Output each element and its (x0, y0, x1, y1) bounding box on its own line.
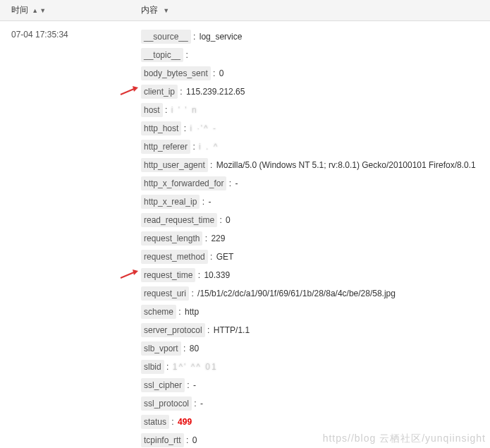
field-value: 0 (226, 215, 231, 225)
field-key[interactable]: host (141, 103, 163, 117)
field-key[interactable]: __topic__ (141, 48, 183, 62)
field-key[interactable]: slb_vport (141, 341, 181, 356)
svg-marker-1 (133, 86, 138, 92)
field-key[interactable]: request_method (141, 250, 208, 264)
log-field: slbid : 1^' ^^ 01 (141, 360, 490, 374)
field-colon: : (192, 399, 199, 408)
log-field: body_bytes_sent : 0 (141, 66, 490, 80)
field-value: i ' ' n (171, 104, 198, 116)
column-header-content-label: 内容 (141, 5, 158, 15)
field-colon: : (189, 289, 196, 298)
log-field: request_uri : /15/b1/c2/dc/a1/90/1f/69/6… (141, 286, 490, 301)
field-key[interactable]: slbid (141, 360, 164, 374)
svg-line-2 (121, 272, 134, 278)
log-field: http_user_agent : Mozilla/5.0 (Windows N… (141, 158, 490, 172)
field-colon: : (163, 105, 170, 115)
field-key[interactable]: http_user_agent (141, 158, 208, 172)
log-field: http_host : i ·'^ - (141, 121, 490, 135)
field-colon: : (183, 50, 188, 60)
sort-up-icon[interactable]: ▲ (32, 7, 38, 14)
field-value: 0 (192, 435, 197, 445)
field-key[interactable]: request_length (141, 231, 202, 246)
log-field: __source__ : log_service (141, 30, 490, 44)
field-key[interactable]: read_request_time (141, 213, 217, 227)
log-field: ssl_cipher : - (141, 378, 490, 392)
field-value: 1^' ^^ 01 (173, 361, 218, 373)
field-colon: : (226, 178, 233, 188)
log-field: http_referer : i . ^ (141, 140, 490, 154)
field-key[interactable]: scheme (141, 305, 176, 319)
field-colon: : (181, 123, 188, 133)
field-colon: : (190, 142, 197, 152)
log-field: request_time : 10.339 (141, 268, 490, 282)
dropdown-icon[interactable] (160, 5, 169, 15)
field-colon: : (217, 215, 224, 225)
field-value: HTTP/1.1 (214, 325, 250, 335)
log-field: http_x_forwarded_for : - (141, 176, 490, 190)
field-value: i . ^ (199, 140, 219, 153)
field-value: 10.339 (204, 270, 230, 280)
log-fields: __source__ : log_service__topic__ : body… (134, 30, 490, 448)
log-field: client_ip : 115.239.212.65 (141, 85, 490, 99)
log-field: http_x_real_ip : - (141, 195, 490, 209)
field-colon: : (211, 68, 218, 78)
log-field: scheme : http (141, 305, 490, 319)
field-colon: : (208, 160, 215, 170)
log-field: read_request_time : 0 (141, 213, 490, 227)
field-value: - (208, 197, 211, 207)
field-key[interactable]: request_uri (141, 286, 189, 301)
field-colon: : (178, 87, 185, 97)
svg-marker-3 (133, 270, 138, 275)
field-value: 115.239.212.65 (186, 87, 245, 97)
log-field: request_method : GET (141, 250, 490, 264)
field-key[interactable]: server_protocol (141, 323, 205, 337)
field-key[interactable]: http_x_forwarded_for (141, 176, 226, 190)
field-value: - (193, 380, 196, 390)
log-field: __topic__ : (141, 48, 490, 62)
field-key[interactable]: __source__ (141, 30, 191, 44)
field-colon: : (169, 417, 176, 427)
log-field: status : 499 (141, 415, 490, 429)
field-colon: : (191, 32, 198, 42)
field-value: 229 (211, 234, 225, 243)
field-key[interactable]: http_referer (141, 140, 190, 154)
field-colon: : (185, 380, 192, 390)
field-key[interactable]: ssl_protocol (141, 396, 192, 411)
log-field: ssl_protocol : - (141, 396, 490, 411)
pointer-arrow-icon (120, 86, 138, 96)
field-key[interactable]: status (141, 415, 169, 429)
log-field: host : i ' ' n (141, 103, 490, 117)
svg-line-0 (121, 89, 134, 95)
field-colon: : (195, 270, 202, 280)
field-key[interactable]: client_ip (141, 85, 178, 99)
field-value: /15/b1/c2/dc/a1/90/1f/69/61/1b/28/8a/4c/… (197, 289, 396, 298)
field-key[interactable]: ssl_cipher (141, 378, 185, 392)
sort-down-icon[interactable]: ▼ (39, 7, 46, 14)
field-colon: : (181, 344, 188, 353)
pointer-arrow-icon (120, 270, 138, 279)
column-header-time-label: 时间 (11, 5, 28, 15)
log-timestamp: 07-04 17:35:34 (0, 30, 134, 448)
log-row: 07-04 17:35:34 __source__ : log_service_… (0, 21, 490, 448)
field-value: http (185, 307, 199, 317)
field-value: 499 (178, 417, 192, 427)
field-value: log_service (200, 32, 243, 42)
field-colon: : (208, 252, 215, 262)
field-key[interactable]: http_x_real_ip (141, 195, 200, 209)
table-header: 时间 ▲▼ 内容 (0, 0, 490, 21)
field-colon: : (200, 197, 207, 207)
field-colon: : (176, 307, 183, 317)
field-value: - (200, 399, 203, 408)
column-header-time[interactable]: 时间 ▲▼ (0, 4, 134, 16)
field-key[interactable]: http_host (141, 121, 181, 135)
field-value: 0 (219, 68, 224, 78)
field-key[interactable]: request_time (141, 268, 195, 282)
field-colon: : (164, 362, 171, 372)
field-key[interactable]: body_bytes_sent (141, 66, 211, 80)
field-value: 80 (190, 344, 199, 353)
field-value: - (235, 178, 238, 188)
field-key[interactable]: tcpinfo_rtt (141, 433, 184, 447)
field-colon: : (202, 234, 209, 243)
column-header-content[interactable]: 内容 (134, 4, 490, 16)
field-colon: : (205, 325, 212, 335)
